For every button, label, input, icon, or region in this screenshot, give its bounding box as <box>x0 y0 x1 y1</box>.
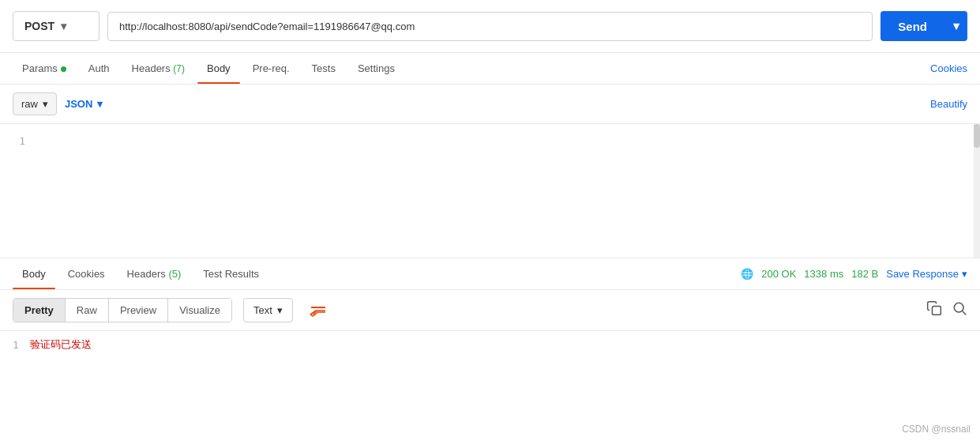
format-visualize-button[interactable]: Visualize <box>168 299 231 322</box>
wrap-button[interactable] <box>302 299 334 322</box>
save-response-button[interactable]: Save Response ▾ <box>886 268 967 280</box>
tab-params[interactable]: Params <box>13 53 76 84</box>
copy-icon[interactable] <box>926 300 942 320</box>
code-textarea[interactable] <box>32 124 980 258</box>
json-chevron-icon: ▾ <box>97 98 103 110</box>
format-pretty-button[interactable]: Pretty <box>13 299 66 322</box>
method-select[interactable]: POST ▾ <box>13 11 100 41</box>
response-stats: 🌐 200 OK 1338 ms 182 B Save Response ▾ <box>741 268 967 280</box>
tab-settings[interactable]: Settings <box>348 53 404 84</box>
method-chevron-icon: ▾ <box>61 20 66 32</box>
response-tab-cookies[interactable]: Cookies <box>58 258 115 289</box>
time-stat: 1338 ms <box>804 268 843 280</box>
tab-tests[interactable]: Tests <box>302 53 345 84</box>
format-preview-button[interactable]: Preview <box>109 299 168 322</box>
svg-rect-1 <box>933 307 941 315</box>
text-label: Text <box>253 304 272 316</box>
tab-prereq[interactable]: Pre-req. <box>243 53 299 84</box>
send-label: Send <box>880 12 944 41</box>
globe-icon: 🌐 <box>741 268 753 280</box>
body-type-bar: raw ▾ JSON ▾ Beautify <box>0 85 980 124</box>
response-line-number-1: 1 <box>13 339 19 351</box>
wrap-icon <box>310 304 326 317</box>
text-select[interactable]: Text ▾ <box>243 298 293 322</box>
method-label: POST <box>24 20 54 32</box>
url-bar-section: POST ▾ Send ▾ <box>0 0 980 53</box>
raw-label: raw <box>21 98 38 110</box>
size-stat: 182 B <box>851 268 878 280</box>
search-icon[interactable] <box>952 300 967 320</box>
raw-select[interactable]: raw ▾ <box>13 92 57 115</box>
tab-auth[interactable]: Auth <box>79 53 119 84</box>
status-badge: 200 OK <box>761 268 796 280</box>
response-content: 1 验证码已发送 <box>0 331 980 358</box>
format-btn-group: Pretty Raw Preview Visualize <box>13 298 232 322</box>
response-text: 验证码已发送 <box>30 337 92 352</box>
text-chevron-icon: ▾ <box>277 304 283 316</box>
params-dot <box>61 66 66 72</box>
headers-badge: (7) <box>173 63 185 74</box>
tab-body[interactable]: Body <box>197 53 240 84</box>
request-tabs: Params Auth Headers (7) Body Pre-req. Te… <box>13 53 930 84</box>
raw-chevron-icon: ▾ <box>43 98 48 110</box>
response-tab-test-results[interactable]: Test Results <box>193 258 268 289</box>
response-tabs: Body Cookies Headers (5) Test Results <box>13 258 741 289</box>
request-tabs-section: Params Auth Headers (7) Body Pre-req. Te… <box>0 53 980 85</box>
format-raw-button[interactable]: Raw <box>66 299 109 322</box>
svg-point-2 <box>954 303 963 312</box>
response-tab-headers[interactable]: Headers (5) <box>118 258 191 289</box>
response-format-bar: Pretty Raw Preview Visualize Text ▾ <box>0 290 980 331</box>
line-number-1: 1 <box>11 135 25 147</box>
response-actions-right <box>926 300 967 320</box>
response-tabs-section: Body Cookies Headers (5) Test Results 🌐 … <box>0 258 980 290</box>
response-tab-body[interactable]: Body <box>13 258 55 289</box>
code-editor: 1 <box>0 124 980 258</box>
send-button[interactable]: Send ▾ <box>880 11 967 41</box>
editor-scrollbar[interactable] <box>974 124 980 258</box>
send-chevron-icon[interactable]: ▾ <box>945 11 967 41</box>
editor-scrollbar-thumb <box>974 124 980 148</box>
svg-line-3 <box>963 311 967 315</box>
response-headers-badge: (5) <box>168 268 181 280</box>
cookies-link[interactable]: Cookies <box>930 62 967 74</box>
editor-line-numbers: 1 <box>0 124 32 258</box>
json-label: JSON <box>65 98 92 110</box>
tab-headers[interactable]: Headers (7) <box>122 53 194 84</box>
beautify-button[interactable]: Beautify <box>930 98 967 110</box>
json-select[interactable]: JSON ▾ <box>65 98 103 110</box>
response-line-numbers: 1 <box>13 337 19 352</box>
save-response-chevron-icon: ▾ <box>962 268 967 280</box>
url-input[interactable] <box>107 12 873 41</box>
